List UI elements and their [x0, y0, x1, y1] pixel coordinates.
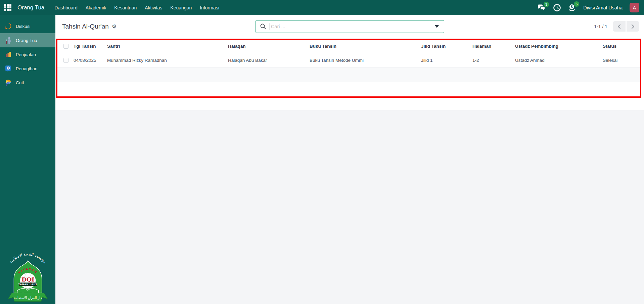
red-annotation-rectangle: Tgl Tahsin Santri Halaqah Buku Tahsin Ji… — [56, 39, 641, 98]
menu-dashboard[interactable]: Dashboard — [50, 0, 82, 15]
table-header-row: Tgl Tahsin Santri Halaqah Buku Tahsin Ji… — [57, 40, 640, 53]
user-menu[interactable]: Divisi Amal Usaha — [583, 5, 623, 10]
menu-aktivitas[interactable]: Aktivitas — [141, 0, 166, 15]
empty-filler-row — [57, 82, 640, 96]
table-row[interactable]: 04/08/2025 Muhammad Rizky Ramadhan Halaq… — [57, 53, 640, 68]
list-filler-strip — [55, 98, 644, 110]
cell-jilid-tahsin[interactable]: Jilid 1 — [421, 53, 472, 68]
topbar: Orang Tua Dashboard Akademik Kesantrian … — [0, 0, 644, 15]
logo-acronym: DQI — [21, 276, 34, 283]
sidebar: Diskusi Orang Tua — [0, 15, 55, 304]
sidebar-item-label: Cuti — [16, 80, 24, 85]
money-badge: 5 — [574, 1, 579, 7]
cell-santri[interactable]: Muhammad Rizky Ramadhan — [107, 53, 228, 68]
search-bar[interactable] — [256, 20, 444, 33]
sidebar-item-diskusi[interactable]: Diskusi — [0, 19, 55, 33]
money-notification-icon[interactable]: $ 5 — [568, 4, 576, 12]
column-header[interactable]: Ustadz Pembimbing — [515, 40, 603, 53]
avatar[interactable]: A — [630, 3, 639, 12]
activity-clock-icon[interactable] — [553, 4, 561, 12]
invoice-dollar-icon: $ — [5, 65, 12, 72]
content-background — [55, 110, 644, 304]
organization-logo: مؤسسة التربية الاسلامية YAYASAN DQI TANA… — [0, 245, 55, 304]
apps-grid-icon[interactable] — [4, 4, 12, 12]
tahsin-list-table: Tgl Tahsin Santri Halaqah Buku Tahsin Ji… — [57, 40, 640, 96]
empty-filler-row — [57, 68, 640, 82]
sidebar-item-label: Penjualan — [16, 52, 36, 57]
top-menu: Dashboard Akademik Kesantrian Aktivitas … — [50, 0, 223, 15]
app-name[interactable]: Orang Tua — [17, 4, 44, 11]
logo-region: TANAH LAUT — [18, 283, 37, 286]
search-dropdown-toggle[interactable] — [430, 20, 444, 33]
column-header[interactable]: Halaman — [472, 40, 515, 53]
column-header[interactable]: Status — [603, 40, 640, 53]
column-header[interactable]: Jilid Tahsin — [421, 40, 472, 53]
messages-icon[interactable]: 3 — [537, 4, 546, 11]
control-panel: Tahsin Al-Qur'an ⚙ 1-1 / 1 — [55, 15, 644, 38]
cell-halaman[interactable]: 1-2 — [472, 53, 515, 68]
messages-badge: 3 — [544, 2, 549, 7]
parents-icon — [5, 37, 12, 44]
column-header[interactable]: Buku Tahsin — [310, 40, 421, 53]
menu-keuangan[interactable]: Keuangan — [166, 0, 196, 15]
column-header[interactable]: Santri — [107, 40, 228, 53]
gear-icon[interactable]: ⚙ — [112, 24, 117, 29]
sidebar-item-label: Diskusi — [16, 24, 31, 29]
svg-text:$: $ — [571, 4, 573, 8]
main-content: Tahsin Al-Qur'an ⚙ 1-1 / 1 — [55, 15, 644, 304]
select-all-checkbox[interactable] — [63, 44, 68, 49]
menu-akademik[interactable]: Akademik — [82, 0, 110, 15]
cell-tgl-tahsin[interactable]: 04/08/2025 — [74, 53, 107, 68]
svg-text:$: $ — [7, 67, 9, 70]
column-header[interactable]: Halaqah — [228, 40, 310, 53]
cell-status[interactable]: Selesai — [603, 53, 640, 68]
cell-buku-tahsin[interactable]: Buku Tahsin Metode Ummi — [310, 53, 421, 68]
sidebar-item-penjualan[interactable]: Penjualan — [0, 47, 55, 61]
search-input[interactable] — [270, 24, 430, 29]
bar-chart-icon — [5, 51, 12, 58]
chat-bubble-icon — [5, 23, 12, 30]
pager-previous-button[interactable] — [613, 21, 626, 32]
sidebar-item-label: Orang Tua — [16, 38, 37, 43]
pager-next-button[interactable] — [627, 21, 639, 32]
sidebar-item-label: Penagihan — [16, 66, 38, 71]
topbar-right: 3 $ 5 Divisi Amal Usaha A — [537, 3, 644, 12]
chevron-down-icon — [435, 25, 439, 28]
umbrella-icon — [5, 79, 12, 86]
cell-halaqah[interactable]: Halaqah Abu Bakar — [228, 53, 310, 68]
menu-kesantrian[interactable]: Kesantrian — [110, 0, 141, 15]
sidebar-item-orang-tua[interactable]: Orang Tua — [0, 33, 55, 47]
logo-arabic-bottom: دار القرآن الاستقامة — [14, 296, 42, 300]
cell-ustadz[interactable]: Ustadz Ahmad — [515, 53, 603, 68]
row-checkbox[interactable] — [63, 58, 68, 63]
page-title: Tahsin Al-Qur'an — [62, 23, 109, 30]
sidebar-item-cuti[interactable]: Cuti — [0, 76, 55, 90]
sidebar-item-penagihan[interactable]: $ Penagihan — [0, 61, 55, 76]
pagination-range: 1-1 / 1 — [594, 24, 607, 29]
column-header[interactable]: Tgl Tahsin — [74, 40, 107, 53]
menu-informasi[interactable]: Informasi — [196, 0, 223, 15]
search-icon — [260, 23, 266, 30]
